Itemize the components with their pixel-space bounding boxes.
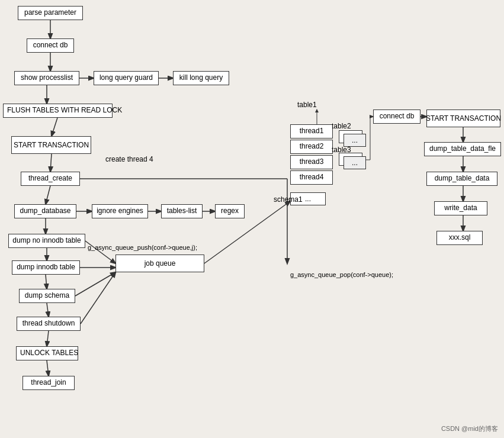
svg-line-6	[50, 154, 52, 172]
table2-label: table2	[332, 122, 351, 130]
dump-database-box: dump_database	[14, 204, 76, 218]
svg-line-15	[47, 331, 49, 346]
g-async-push-label: g_async_queue_push(conf->queue,j);	[88, 244, 197, 251]
svg-line-16	[47, 360, 49, 376]
connect-db1-box: connect db	[27, 38, 74, 53]
thread3-box: thread3	[290, 155, 333, 169]
svg-line-5	[52, 118, 57, 136]
table3-label: table3	[332, 146, 351, 154]
thread-shutdown-box: thread shutdown	[17, 317, 81, 331]
parse-param-box: parse parameter	[18, 6, 83, 20]
write-data-box: write_data	[434, 201, 487, 215]
xxx-sql-box: xxx.sql	[436, 231, 483, 245]
table3-inner-box: ...	[344, 156, 366, 169]
show-proc-box: show processlist	[14, 71, 79, 85]
create-thread4-label: create thread 4	[105, 155, 153, 163]
dump-table-data-file-box: dump_table_data_fle	[424, 142, 501, 156]
diagram: parse parameter connect db show processl…	[0, 0, 504, 438]
svg-line-22	[81, 272, 115, 324]
start-txn1-box: START TRANSACTION	[11, 136, 91, 154]
watermark: CSDN @mid的博客	[441, 424, 498, 433]
start-txn2-box: START TRANSACTION	[426, 109, 500, 127]
dump-no-innodb-box: dump no innodb table	[8, 234, 85, 248]
tables-list-box: tables-list	[161, 204, 203, 218]
regex-box: regex	[215, 204, 245, 218]
thread2-box: thread2	[290, 140, 333, 154]
dump-table-data-box: dump_table_data	[426, 172, 497, 186]
long-query-guard-box: long query guard	[94, 71, 159, 85]
job-queue-box: job queue	[115, 255, 204, 272]
thread-panel: thread1 thread2 thread3 thread4	[290, 124, 333, 185]
connect-db2-box: connect db	[373, 109, 420, 124]
g-async-pop-label: g_async_queue_pop(conf->queue);	[290, 271, 393, 278]
thread4-box: thread4	[290, 170, 333, 185]
thread-join-box: thread_join	[23, 376, 75, 390]
svg-line-14	[47, 303, 49, 317]
dump-schema-box: dump schema	[19, 289, 75, 303]
flush-tables-box: FLUSH TABLES WITH READ LOCK	[3, 104, 113, 118]
kill-long-query-box: kill long query	[173, 71, 229, 85]
ignore-engines-box: ignore engines	[92, 204, 148, 218]
thread1-box: thread1	[290, 124, 333, 139]
arrows-svg	[0, 0, 504, 438]
thread-create-box: thread_create	[21, 172, 80, 186]
unlock-tables-box: UNLOCK TABLES	[16, 346, 78, 360]
dump-innodb-box: dump innodb table	[12, 260, 80, 275]
schema1-label: schema1	[274, 195, 303, 204]
svg-line-7	[46, 186, 50, 204]
svg-line-21	[75, 272, 115, 296]
svg-line-13	[46, 275, 47, 289]
table2-inner-box: ...	[344, 134, 366, 147]
table1-label: table1	[297, 101, 317, 109]
